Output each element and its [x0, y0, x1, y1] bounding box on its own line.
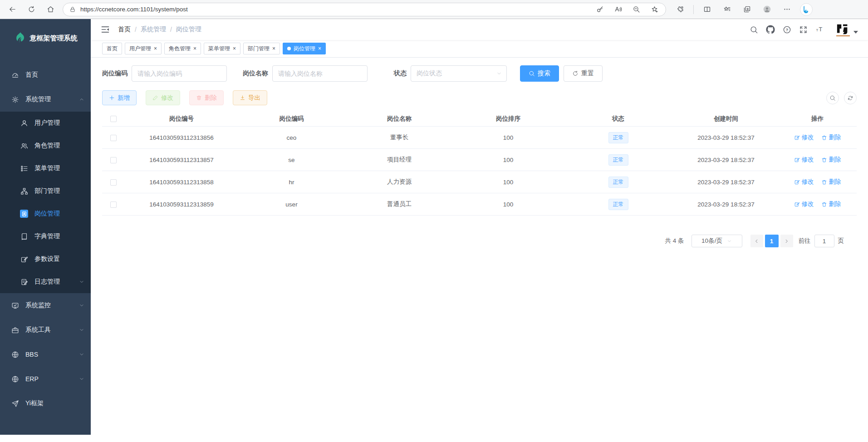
- export-button-label: 导出: [248, 94, 260, 102]
- sidebar-item-erp[interactable]: ERP: [0, 367, 91, 391]
- sidebar-item-system-monitor[interactable]: 系统监控: [0, 293, 91, 318]
- table-row[interactable]: 1641030593112313856 ceo 董事长 100 正常 2023-…: [102, 127, 857, 149]
- zoom-button[interactable]: [629, 3, 643, 16]
- post-name-input[interactable]: [272, 65, 368, 82]
- sidebar-item-param-settings[interactable]: 参数设置: [0, 248, 91, 270]
- extensions-button[interactable]: [673, 3, 687, 16]
- sidebar-item-log-mgmt[interactable]: 日志管理: [0, 270, 91, 293]
- tab-close-icon[interactable]: ×: [233, 46, 236, 51]
- tab-close-icon[interactable]: ×: [154, 46, 157, 51]
- bing-chat-button[interactable]: [800, 3, 813, 16]
- dashboard-icon: [11, 71, 19, 79]
- table-row[interactable]: 1641030593112313857 se 项目经理 100 正常 2023-…: [102, 149, 857, 171]
- sidebar-item-system-tools[interactable]: 系统工具: [0, 318, 91, 342]
- password-key-button[interactable]: [593, 3, 607, 16]
- row-delete-link[interactable]: 删除: [821, 178, 841, 186]
- next-page-button[interactable]: [780, 235, 793, 247]
- row-edit-link[interactable]: 修改: [794, 133, 814, 142]
- tab-role-mgmt[interactable]: 角色管理 ×: [164, 43, 201, 54]
- browser-home-button[interactable]: [44, 3, 57, 16]
- table-row[interactable]: 1641030593112313858 hr 人力资源 100 正常 2023-…: [102, 171, 857, 193]
- prev-page-button[interactable]: [750, 235, 763, 247]
- row-edit-link[interactable]: 修改: [794, 200, 814, 208]
- edit-pen-icon: [794, 157, 800, 163]
- row-edit-link[interactable]: 修改: [794, 178, 814, 186]
- page-size-select[interactable]: 10条/页: [691, 235, 742, 247]
- row-edit-link[interactable]: 修改: [794, 156, 814, 164]
- sidebar-item-user-mgmt[interactable]: 用户管理: [0, 112, 91, 134]
- row-checkbox[interactable]: [110, 135, 117, 141]
- sidebar-item-dept-mgmt[interactable]: 部门管理: [0, 180, 91, 202]
- post-code-input[interactable]: [132, 65, 227, 82]
- tab-close-icon[interactable]: ×: [272, 46, 275, 51]
- browser-back-button[interactable]: [5, 3, 19, 16]
- pagination-total: 共 4 条: [665, 237, 684, 245]
- row-checkbox[interactable]: [110, 179, 117, 186]
- select-all-checkbox[interactable]: [110, 116, 117, 122]
- caret-down-icon: [853, 31, 858, 34]
- page-number-button[interactable]: 1: [765, 235, 779, 247]
- favorites-button[interactable]: [720, 3, 734, 16]
- github-icon: [766, 25, 775, 34]
- export-button[interactable]: 导出: [233, 90, 267, 105]
- add-button[interactable]: 新增: [102, 90, 137, 105]
- delete-button[interactable]: 删除: [189, 90, 224, 105]
- read-aloud-button[interactable]: [611, 3, 625, 16]
- sidebar-item-menu-mgmt[interactable]: 菜单管理: [0, 157, 91, 180]
- sidebar-item-yi-framework[interactable]: Yi框架: [0, 391, 91, 416]
- show-search-toggle-button[interactable]: [826, 92, 839, 104]
- sidebar-item-bbs[interactable]: BBS: [0, 342, 91, 367]
- tab-dept-mgmt[interactable]: 部门管理 ×: [243, 43, 280, 54]
- row-delete-link[interactable]: 删除: [821, 200, 841, 208]
- sidebar-item-dict-mgmt[interactable]: 字典管理: [0, 225, 91, 248]
- browser-toolbar: https://ccnetcore.com:1101/system/post: [0, 0, 868, 19]
- sidebar-item-home[interactable]: 首页: [0, 63, 91, 87]
- user-avatar-menu[interactable]: [836, 23, 858, 36]
- collections-button[interactable]: [740, 3, 754, 16]
- row-checkbox[interactable]: [110, 157, 117, 163]
- trash-icon: [821, 201, 827, 207]
- sidebar-item-system-mgmt[interactable]: 系统管理: [0, 87, 91, 112]
- tab-home[interactable]: 首页: [102, 43, 122, 54]
- more-menu-button[interactable]: [780, 3, 794, 16]
- tab-menu-mgmt[interactable]: 菜单管理 ×: [204, 43, 240, 54]
- tab-close-icon[interactable]: ×: [193, 46, 196, 51]
- edit-link-label: 修改: [802, 178, 814, 186]
- sidebar-fold-button[interactable]: [101, 25, 110, 34]
- tab-label: 岗位管理: [294, 45, 315, 53]
- status-select[interactable]: 岗位状态: [411, 65, 507, 82]
- goto-page-input[interactable]: [814, 235, 834, 247]
- text-size-button[interactable]: TT: [815, 25, 824, 34]
- edit-button[interactable]: 修改: [146, 90, 180, 105]
- tab-user-mgmt[interactable]: 用户管理 ×: [125, 43, 162, 54]
- column-header: 岗位名称: [345, 115, 454, 123]
- header-search-button[interactable]: [750, 25, 758, 34]
- help-button[interactable]: ?: [783, 25, 791, 34]
- tab-label: 菜单管理: [208, 45, 230, 53]
- split-screen-button[interactable]: [700, 3, 714, 16]
- row-checkbox[interactable]: [110, 201, 117, 208]
- app-logo[interactable]: 意框架管理系统: [0, 19, 91, 57]
- address-bar[interactable]: https://ccnetcore.com:1101/system/post: [63, 3, 666, 16]
- tab-post-mgmt[interactable]: 岗位管理 ×: [283, 43, 326, 54]
- edit-link-label: 修改: [802, 200, 814, 208]
- refresh-table-button[interactable]: [844, 92, 857, 104]
- breadcrumb-home[interactable]: 首页: [118, 25, 131, 34]
- profile-button[interactable]: [760, 3, 774, 16]
- reset-button[interactable]: 重置: [564, 65, 603, 82]
- table-row[interactable]: 1641030593112313859 user 普通员工 100 正常 202…: [102, 193, 857, 216]
- column-header: 岗位排序: [454, 115, 563, 123]
- row-delete-link[interactable]: 删除: [821, 156, 841, 164]
- github-link[interactable]: [766, 25, 775, 34]
- tab-close-icon[interactable]: ×: [318, 46, 321, 51]
- sidebar-item-role-mgmt[interactable]: 角色管理: [0, 134, 91, 157]
- chevron-down-icon: [79, 303, 84, 308]
- sidebar-item-post-mgmt[interactable]: 岗位管理: [0, 202, 91, 225]
- breadcrumb-system[interactable]: 系统管理: [141, 25, 166, 34]
- fullscreen-button[interactable]: [799, 25, 808, 34]
- search-button[interactable]: 搜索: [520, 65, 559, 82]
- browser-refresh-button[interactable]: [25, 3, 38, 16]
- add-favorite-button[interactable]: [647, 3, 661, 16]
- column-header: 创建时间: [674, 115, 778, 123]
- row-delete-link[interactable]: 删除: [821, 133, 841, 142]
